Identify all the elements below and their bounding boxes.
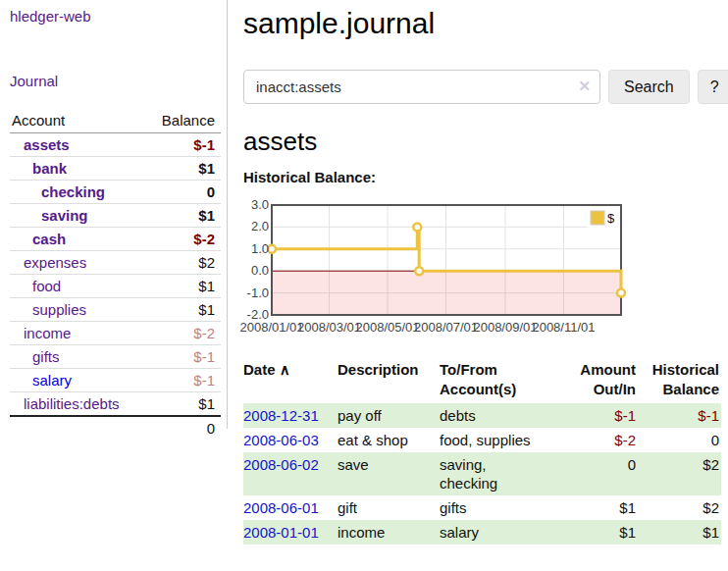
account-balance: $-2	[146, 228, 221, 251]
account-balance: $-1	[146, 345, 221, 369]
help-button[interactable]: ?	[698, 70, 728, 104]
data-point-marker	[617, 289, 625, 297]
transaction-date-link[interactable]: 2008-01-01	[243, 524, 319, 541]
account-row: liabilities:debts$1	[10, 392, 221, 417]
account-cell: salary	[10, 369, 146, 392]
y-axis-label: 1.0	[251, 241, 269, 256]
journal-link[interactable]: Journal	[10, 73, 58, 89]
account-row: gifts$-1	[10, 345, 221, 369]
account-row: assets$-1	[10, 133, 221, 157]
account-balance: $-2	[146, 322, 221, 345]
register-balance-cell: 0	[638, 428, 721, 452]
search-input[interactable]	[243, 70, 600, 104]
account-link-supplies[interactable]: supplies	[12, 301, 86, 318]
register-row: 2008-12-31pay offdebts$-1$-1	[243, 403, 721, 428]
register-accounts-cell: debts	[440, 403, 553, 428]
transaction-date-link[interactable]: 2008-12-31	[243, 407, 319, 424]
transaction-date-link[interactable]: 2008-06-01	[243, 499, 319, 516]
account-row: checking0	[10, 181, 221, 204]
account-link-cash[interactable]: cash	[12, 231, 66, 247]
register-date-cell: 2008-12-31	[243, 403, 338, 428]
chart-legend: $	[588, 208, 620, 228]
brand: hledger-web	[10, 8, 221, 25]
register-accounts-cell: gifts	[440, 495, 553, 520]
account-row: supplies$1	[10, 298, 221, 322]
account-balance: $1	[146, 392, 221, 417]
register-date-cell: 2008-01-01	[243, 520, 338, 545]
account-cell: expenses	[10, 251, 146, 275]
transaction-date-link[interactable]: 2008-06-02	[243, 456, 319, 473]
register-amount-cell: $-2	[553, 428, 638, 452]
account-link-income[interactable]: income	[12, 325, 71, 341]
account-balance: $1	[146, 275, 221, 298]
account-cell: assets	[10, 133, 146, 157]
data-point-marker	[268, 245, 276, 253]
account-balance: $1	[146, 204, 221, 228]
chart-svg: $3.02.01.00.0-1.0-2.02008/01/012008/03/0…	[243, 198, 636, 337]
y-axis-label: -1.0	[247, 286, 269, 300]
register-description-cell: eat & shop	[338, 428, 440, 452]
account-cell: food	[10, 275, 146, 298]
account-row: bank$1	[10, 157, 221, 181]
account-balance: $1	[146, 157, 221, 181]
account-link-food[interactable]: food	[12, 278, 61, 294]
account-link-assets[interactable]: assets	[12, 136, 70, 153]
sort-ascending-icon: ∧	[280, 361, 290, 378]
register-description-cell: pay off	[338, 403, 440, 428]
register-header-account: To/From Account(s)	[440, 358, 553, 403]
account-balance: $1	[146, 298, 221, 322]
account-row: cash$-2	[10, 228, 221, 251]
register-balance-cell: $2	[638, 495, 721, 520]
register-row: 2008-06-01giftgifts$1$2	[243, 495, 721, 520]
page-title: sample.journal	[243, 6, 728, 41]
account-heading: assets	[243, 127, 728, 156]
clear-search-icon[interactable]: ✕	[578, 78, 591, 95]
account-balance: $2	[146, 251, 221, 275]
register-date-cell: 2008-06-03	[243, 428, 338, 452]
account-cell: liabilities:debts	[10, 392, 146, 417]
register-balance-cell: $1	[638, 520, 721, 545]
account-link-liabilities-debts[interactable]: liabilities:debts	[12, 395, 120, 412]
historical-balance-chart: $3.02.01.00.0-1.0-2.02008/01/012008/03/0…	[243, 198, 636, 337]
account-link-saving[interactable]: saving	[12, 207, 88, 224]
register-row: 2008-06-03eat & shopfood, supplies$-20	[243, 428, 721, 452]
sidebar: hledger-web Journal Account Balance asse…	[0, 0, 228, 429]
app-layout: hledger-web Journal Account Balance asse…	[0, 0, 728, 545]
negative-region	[272, 271, 621, 315]
account-row: food$1	[10, 275, 221, 298]
accounts-table: Account Balance assets$-1bank$1checking0…	[10, 110, 221, 440]
accounts-header-row: Account Balance	[10, 110, 221, 133]
register-description-cell: save	[338, 452, 440, 495]
data-point-marker	[415, 267, 423, 275]
register-amount-cell: $-1	[553, 403, 638, 428]
x-axis-label: 2008/07/01	[414, 320, 478, 335]
brand-link[interactable]: hledger-web	[10, 8, 91, 25]
register-header-balance: Historical Balance	[638, 358, 721, 403]
date-sort-link[interactable]: Date ∧	[243, 361, 290, 378]
register-description-cell: income	[338, 520, 440, 545]
account-link-salary[interactable]: salary	[12, 372, 72, 389]
account-row: salary$-1	[10, 369, 221, 392]
register-accounts-cell: food, supplies	[440, 428, 553, 452]
accounts-header-account: Account	[10, 110, 146, 133]
x-axis-label: 2008/03/01	[297, 320, 361, 335]
transaction-date-link[interactable]: 2008-06-03	[243, 432, 319, 448]
register-header-row: Date ∧ Description To/From Account(s) Am…	[243, 358, 721, 403]
account-link-gifts[interactable]: gifts	[12, 348, 60, 365]
register-header-description: Description	[338, 358, 440, 403]
account-link-expenses[interactable]: expenses	[12, 254, 86, 271]
account-row: income$-2	[10, 322, 221, 345]
chart-title: Historical Balance:	[243, 169, 728, 185]
search-button[interactable]: Search	[608, 70, 690, 104]
account-cell: income	[10, 322, 146, 345]
account-link-bank[interactable]: bank	[12, 160, 67, 177]
account-cell: gifts	[10, 345, 146, 369]
y-axis-label: 0.0	[251, 263, 269, 278]
account-row: saving$1	[10, 204, 221, 228]
date-sort-label: Date	[243, 361, 276, 378]
register-description-cell: gift	[338, 495, 440, 520]
account-row: expenses$2	[10, 251, 221, 275]
journal-nav: Journal	[10, 73, 221, 89]
x-axis-label: 2008/11/01	[532, 320, 595, 335]
account-link-checking[interactable]: checking	[12, 183, 105, 200]
